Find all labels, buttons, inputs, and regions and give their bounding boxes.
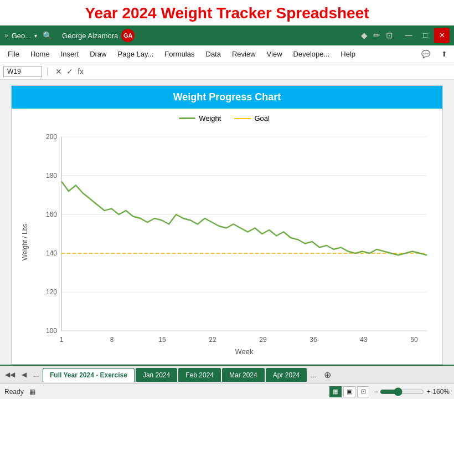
svg-text:200: 200 <box>46 133 57 141</box>
svg-text:160: 160 <box>46 211 57 218</box>
weight-line <box>61 182 427 255</box>
view-page-layout-button[interactable]: ▣ <box>343 386 355 397</box>
tab-feb-2024[interactable]: Feb 2024 <box>178 368 221 382</box>
menu-view[interactable]: View <box>261 48 288 60</box>
chart-body: Weight Goal Weight / Lbs <box>12 109 442 364</box>
menu-data[interactable]: Data <box>200 48 226 60</box>
tab-full-year[interactable]: Full Year 2024 - Exercise <box>43 368 135 382</box>
status-right: ▦ ▣ ⊡ − + 160% <box>329 386 450 397</box>
comment-icon[interactable]: 💬 <box>417 48 435 60</box>
confirm-formula-icon[interactable]: ✓ <box>66 67 73 76</box>
window-icon[interactable]: ⊡ <box>386 30 393 40</box>
cell-reference[interactable]: W19 <box>3 66 42 77</box>
menu-draw[interactable]: Draw <box>84 48 112 60</box>
user-name-label: George Alzamora <box>62 32 118 40</box>
y-axis-label: Weight / Lbs <box>21 224 29 260</box>
svg-text:1: 1 <box>60 336 64 344</box>
legend-weight-label: Weight <box>199 114 221 122</box>
minimize-button[interactable]: — <box>401 28 416 43</box>
status-bar: Ready ▦ ▦ ▣ ⊡ − + 160% <box>0 383 454 399</box>
menu-pagelayout[interactable]: Page Lay... <box>112 48 159 60</box>
menu-developer[interactable]: Develope... <box>288 48 336 60</box>
tab-apr-2024[interactable]: Apr 2024 <box>266 368 307 382</box>
svg-text:15: 15 <box>158 336 166 344</box>
weight-chart-svg: Weight / Lbs 100 120 <box>17 126 438 359</box>
maximize-button[interactable]: □ <box>417 28 433 43</box>
view-mode-buttons: ▦ ▣ ⊡ <box>329 386 369 397</box>
tab-jan-2024[interactable]: Jan 2024 <box>136 368 177 382</box>
ready-status: Ready <box>4 388 24 396</box>
formula-sep: | <box>47 66 49 76</box>
chart-legend: Weight Goal <box>17 114 431 122</box>
svg-text:120: 120 <box>46 288 57 296</box>
svg-text:8: 8 <box>110 336 114 344</box>
view-normal-button[interactable]: ▦ <box>329 386 342 397</box>
filename-caret[interactable]: ▾ <box>34 33 37 39</box>
search-icon[interactable]: 🔍 <box>43 31 52 40</box>
sheet-tab-next[interactable]: ... <box>30 370 42 380</box>
view-page-break-button[interactable]: ⊡ <box>357 386 369 397</box>
svg-text:43: 43 <box>360 336 368 344</box>
avatar: GA <box>121 29 135 42</box>
chart-title: Weight Progress Chart <box>12 86 442 109</box>
diamond-icon[interactable]: ◆ <box>361 30 368 40</box>
legend-weight-line <box>179 117 195 119</box>
zoom-minus-button[interactable]: − <box>374 388 378 396</box>
menu-home[interactable]: Home <box>25 48 55 60</box>
formula-icons: ✕ ✓ fx <box>55 67 84 76</box>
svg-text:29: 29 <box>259 336 267 344</box>
svg-text:180: 180 <box>46 172 57 180</box>
toolbar-icons: ◆ ✏ ⊡ <box>361 30 393 40</box>
svg-text:50: 50 <box>410 336 418 344</box>
window-buttons: — □ ✕ <box>401 28 450 43</box>
menu-right-icons: 💬 ⬆ <box>417 48 452 60</box>
legend-weight: Weight <box>179 114 221 122</box>
sheet-tab-prev[interactable]: ◀ <box>19 370 29 380</box>
svg-text:22: 22 <box>209 336 216 344</box>
page-title: Year 2024 Weight Tracker Spreadsheet <box>0 0 454 25</box>
tab-mar-2024[interactable]: Mar 2024 <box>222 368 265 382</box>
menu-insert[interactable]: Insert <box>55 48 85 60</box>
sheet-tabs: ◀◀ ◀ ... Full Year 2024 - Exercise Jan 2… <box>0 365 454 383</box>
menu-file[interactable]: File <box>2 48 25 60</box>
sheet-tab-prev-first[interactable]: ◀◀ <box>2 370 18 380</box>
zoom-level-label: 160% <box>432 388 450 396</box>
filename-label: Geo... <box>12 32 31 40</box>
share-icon[interactable]: ⬆ <box>437 48 452 60</box>
svg-text:36: 36 <box>309 336 317 344</box>
zoom-plus-button[interactable]: + <box>426 388 430 396</box>
legend-goal-label: Goal <box>254 114 269 122</box>
title-bar: » Geo... ▾ 🔍 George Alzamora GA ◆ ✏ ⊡ — … <box>0 25 454 45</box>
menu-formulas[interactable]: Formulas <box>159 48 200 60</box>
content-area: Weight Progress Chart Weight Goal Weight… <box>0 80 454 365</box>
table-icon: ▦ <box>29 388 35 396</box>
close-button[interactable]: ✕ <box>434 28 450 43</box>
zoom-slider[interactable] <box>380 387 424 396</box>
svg-text:Week: Week <box>235 347 254 356</box>
svg-text:140: 140 <box>46 249 57 257</box>
zoom-control: − + 160% <box>374 387 450 396</box>
menu-bar: File Home Insert Draw Page Lay... Formul… <box>0 45 454 63</box>
nav-chevrons[interactable]: » <box>4 32 8 39</box>
fx-icon[interactable]: fx <box>78 67 84 76</box>
chart-svg-area: Weight / Lbs 100 120 <box>17 126 431 359</box>
formula-bar: W19 | ✕ ✓ fx <box>0 63 454 80</box>
menu-help[interactable]: Help <box>335 48 361 60</box>
menu-review[interactable]: Review <box>226 48 261 60</box>
tab-ellipsis: ... <box>308 370 318 380</box>
svg-text:100: 100 <box>46 327 57 335</box>
chart-container: Weight Progress Chart Weight Goal Weight… <box>11 85 443 365</box>
edit-icon[interactable]: ✏ <box>373 30 380 40</box>
cancel-formula-icon[interactable]: ✕ <box>55 67 62 76</box>
legend-goal-line <box>234 118 251 119</box>
legend-goal: Goal <box>234 114 269 122</box>
add-sheet-button[interactable]: ⊕ <box>321 368 334 381</box>
